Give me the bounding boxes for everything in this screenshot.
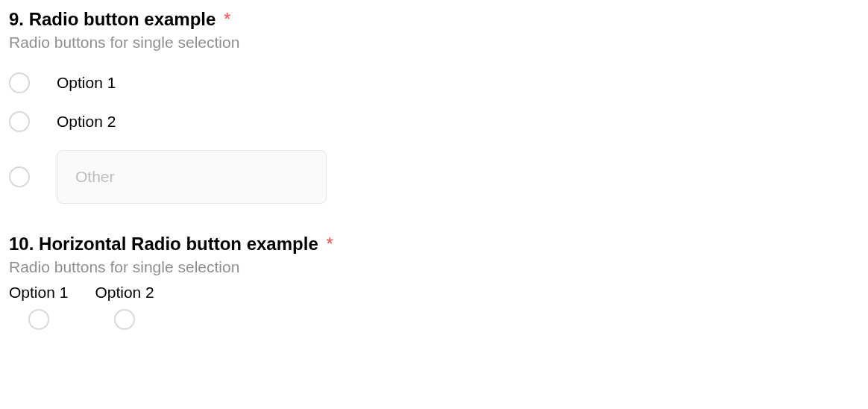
question-10-options: Option 1 Option 2: [9, 284, 859, 330]
required-asterisk: *: [224, 9, 230, 29]
option-1-row[interactable]: Option 1: [9, 72, 859, 93]
horizontal-option-1[interactable]: Option 1: [9, 284, 68, 330]
radio-icon[interactable]: [9, 72, 30, 93]
question-10-description: Radio buttons for single selection: [9, 258, 859, 276]
question-9-title: 9. Radio button example *: [9, 7, 859, 31]
other-placeholder: Other: [75, 168, 115, 186]
radio-icon[interactable]: [114, 309, 135, 330]
question-9: 9. Radio button example * Radio buttons …: [9, 7, 859, 204]
option-2-label: Option 2: [95, 284, 154, 302]
radio-wrap: [9, 309, 68, 330]
option-1-label: Option 1: [57, 74, 116, 92]
question-9-options: Option 1 Option 2 Other: [9, 72, 859, 204]
option-2-label: Option 2: [57, 113, 116, 131]
other-input[interactable]: Other: [57, 150, 327, 204]
question-10: 10. Horizontal Radio button example * Ra…: [9, 232, 859, 330]
question-10-title: 10. Horizontal Radio button example *: [9, 232, 859, 255]
radio-icon[interactable]: [28, 309, 49, 330]
question-number: 10.: [9, 234, 34, 254]
question-9-description: Radio buttons for single selection: [9, 34, 859, 51]
option-1-label: Option 1: [9, 284, 68, 302]
required-asterisk: *: [326, 234, 333, 254]
radio-wrap: [95, 309, 154, 330]
option-2-row[interactable]: Option 2: [9, 111, 859, 132]
horizontal-option-2[interactable]: Option 2: [95, 284, 154, 330]
option-other-row[interactable]: Other: [9, 150, 859, 204]
question-number: 9.: [9, 9, 24, 29]
radio-icon[interactable]: [9, 166, 30, 187]
question-title-text: Horizontal Radio button example: [39, 234, 318, 254]
radio-icon[interactable]: [9, 111, 30, 132]
question-title-text: Radio button example: [29, 9, 216, 29]
